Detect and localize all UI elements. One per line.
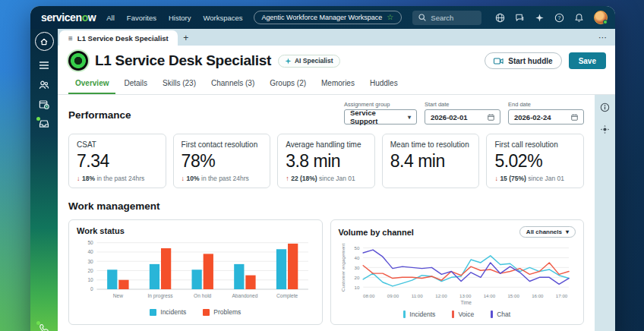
svg-text:12:00: 12:00 (435, 293, 447, 298)
kpi-card-first-contact-resolution: First contact resolution78%↓ 10% in the … (173, 134, 271, 188)
all-channels-select[interactable]: All channels ▾ (519, 226, 576, 238)
svg-text:08:00: 08:00 (363, 293, 375, 298)
svg-text:11:00: 11:00 (411, 293, 422, 298)
kpi-delta: ↓ 15 (75%) since Jan 01 (494, 175, 576, 182)
svg-text:?: ? (558, 14, 561, 20)
info-icon[interactable] (600, 102, 610, 112)
move-target-icon[interactable] (600, 125, 610, 134)
workspace-pill[interactable]: Agentic Workforce Manager Workspace ☆ (254, 11, 402, 24)
legend-item-chat: Chat (491, 311, 510, 318)
inbox-nav-button[interactable] (39, 119, 49, 128)
app-window: servicenow AllFavoritesHistoryWorkspaces… (30, 6, 615, 331)
sparkle-icon (285, 58, 292, 65)
nav-favorites[interactable]: Favorites (127, 14, 156, 22)
kpi-title: CSAT (77, 140, 158, 149)
svg-text:16:00: 16:00 (532, 293, 544, 298)
schedule-nav-button[interactable] (39, 99, 49, 109)
tab-memories[interactable]: Memories (314, 74, 361, 94)
kpi-value: 78% (182, 151, 263, 172)
legend-item-problems: Problems (203, 308, 241, 316)
kpi-title: Average handling time (286, 140, 367, 149)
ai-specialist-badge-label: AI Specialist (295, 57, 333, 65)
work-status-title: Work status (77, 226, 125, 235)
svg-text:15:00: 15:00 (507, 293, 519, 298)
tab-groups-2[interactable]: Groups (2) (263, 74, 313, 94)
nav-all[interactable]: All (106, 14, 115, 22)
chat-icon[interactable] (515, 13, 525, 23)
work-status-card: Work status 01020304050NewIn progressOn … (68, 219, 323, 325)
presence-dot (603, 20, 608, 24)
svg-text:13:00: 13:00 (459, 293, 471, 298)
globe-icon[interactable] (495, 13, 505, 23)
tab-overflow-button[interactable]: ⋯ (598, 33, 615, 46)
nav-history[interactable]: History (169, 14, 191, 22)
menu-button[interactable] (39, 61, 49, 70)
users-icon (39, 80, 49, 90)
kpi-delta: ↓ 10% in the past 24hrs (182, 175, 263, 182)
start-huddle-button[interactable]: Start huddle (485, 52, 561, 69)
save-button[interactable]: Save (569, 52, 606, 69)
end-date-input[interactable]: 2026-02-24 (508, 109, 584, 125)
kpi-card-average-handling-time: Average handling time3.8 min↑ 22 (18%) s… (277, 134, 375, 188)
phone-notification-dot (36, 321, 40, 325)
kpi-delta (390, 175, 472, 182)
svg-text:10: 10 (87, 277, 93, 282)
tab-overview[interactable]: Overview (68, 74, 115, 94)
svg-text:17:00: 17:00 (555, 293, 567, 298)
svg-text:20: 20 (87, 268, 93, 273)
user-avatar[interactable] (594, 11, 608, 24)
calendar-icon[interactable] (571, 114, 578, 121)
home-button[interactable] (35, 32, 54, 51)
new-tab-button[interactable]: + (178, 33, 194, 46)
svg-text:30: 30 (354, 265, 359, 270)
inbox-notification-dot (36, 117, 40, 121)
browser-tab-label: L1 Service Desk Specialist (77, 34, 169, 43)
svg-text:0: 0 (90, 286, 93, 292)
page-header: L1 Service Desk Specialist AI Specialist… (58, 46, 615, 74)
browser-tab-l1-service-desk-specialist[interactable]: ≡ L1 Service Desk Specialist (59, 30, 178, 46)
search-placeholder: Search (431, 14, 453, 22)
all-channels-value: All channels (526, 229, 562, 235)
start-date-label: Start date (425, 101, 500, 108)
svg-text:Complete: Complete (276, 293, 298, 299)
start-date-input[interactable]: 2026-02-01 (425, 109, 500, 125)
tab-huddles[interactable]: Huddles (363, 74, 405, 94)
tab-details[interactable]: Details (117, 74, 154, 94)
svg-text:20: 20 (354, 275, 359, 280)
kpi-card-mean-time-to-resolution: Mean time to resolution8.4 min (382, 134, 480, 188)
assignment-group-select[interactable]: Service Support ▾ (344, 109, 417, 125)
performance-heading: Performance (68, 109, 131, 121)
legend-item-incidents: Incidents (403, 311, 435, 318)
end-date-label: End date (508, 101, 584, 108)
svg-text:On hold: On hold (194, 293, 211, 298)
top-navigation: servicenow AllFavoritesHistoryWorkspaces… (30, 6, 615, 29)
kpi-value: 8.4 min (390, 151, 472, 172)
svg-text:30: 30 (87, 259, 93, 264)
favorite-star-icon[interactable]: ☆ (387, 14, 393, 21)
ai-sparkle-icon[interactable] (535, 13, 545, 23)
assignment-group-filter: Assignment group Service Support ▾ (344, 101, 417, 125)
help-icon[interactable]: ? (554, 13, 564, 23)
work-status-chart: 01020304050NewIn progressOn holdAbandone… (77, 237, 314, 307)
legend-swatch (150, 309, 156, 316)
search-input[interactable]: Search (412, 11, 481, 25)
volume-by-channel-card: Volume by channel All channels ▾ 1020304… (330, 219, 585, 325)
calendar-icon[interactable] (488, 114, 494, 121)
svg-text:40: 40 (354, 255, 359, 260)
volume-by-channel-legend: IncidentsVoiceChat (339, 309, 576, 320)
notifications-bell-icon[interactable] (574, 13, 584, 23)
page-title: L1 Service Desk Specialist (95, 52, 271, 69)
tab-channels-3[interactable]: Channels (3) (204, 74, 261, 94)
work-status-legend: IncidentsProblems (77, 307, 314, 317)
chevron-down-icon: ▾ (566, 229, 569, 235)
tab-skills-23[interactable]: Skills (23) (156, 74, 203, 94)
list-icon (39, 61, 49, 70)
phone-button[interactable] (39, 323, 49, 331)
kpi-card-csat: CSAT7.34↓ 18% in the past 24hrs (68, 134, 166, 188)
svg-text:50: 50 (354, 245, 359, 251)
agents-nav-button[interactable] (39, 80, 49, 90)
legend-swatch (491, 311, 493, 318)
nav-workspaces[interactable]: Workspaces (203, 14, 242, 22)
legend-swatch (403, 311, 406, 318)
specialist-avatar-icon (68, 51, 88, 71)
